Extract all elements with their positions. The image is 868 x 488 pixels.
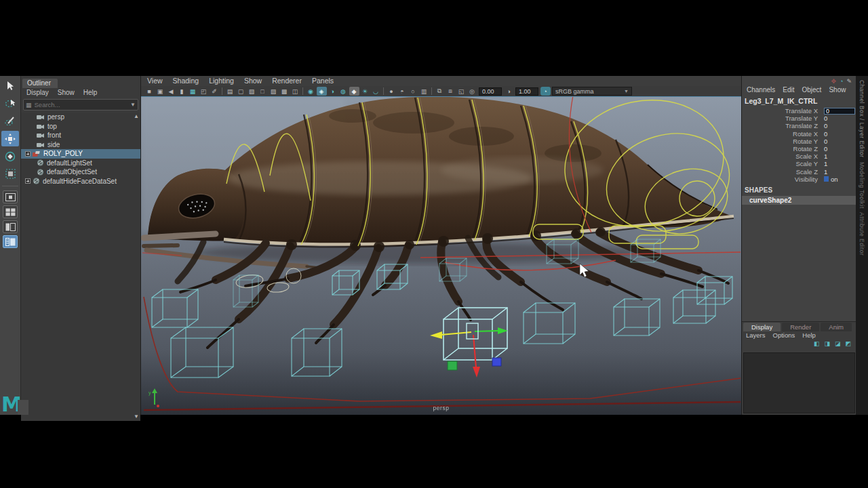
outliner-tab[interactable]: Outliner [22,79,58,88]
tab-channel-box-layer-editor[interactable]: Channel Box / Layer Editor [859,80,865,158]
channel-row[interactable]: Scale Y 1 [742,160,856,167]
exposure-field[interactable]: 0.00 [479,87,502,96]
color-managed-icon[interactable]: ◔ [540,87,551,96]
multisample-icon[interactable]: ◆ [349,87,359,96]
grid-snap-icon[interactable]: ▥ [419,87,429,96]
gamma-field[interactable]: 1.00 [515,87,538,96]
perspective-viewport[interactable]: View Shading Lighting Show Renderer Pane… [141,76,741,415]
edit-channels-icon[interactable]: ✎ [846,78,852,85]
move-tool[interactable] [1,131,19,146]
new-layer-from-selected-icon[interactable]: ◨ [824,340,830,350]
menu-layers[interactable]: Layers [746,331,766,340]
menu-edit[interactable]: Edit [783,86,794,96]
object-manip-icon[interactable]: ✥ [831,78,836,85]
channel-row[interactable]: Scale Z 1 [742,168,856,176]
render-sphere-icon[interactable]: ● [387,87,397,96]
outliner-menu-display[interactable]: Display [26,89,49,98]
select-camera-icon[interactable]: ■ [144,87,155,96]
use-default-material-icon[interactable]: □ [258,87,268,96]
channel-row[interactable]: Scale X 1 [742,152,856,160]
menu-shading[interactable]: Shading [173,77,199,86]
new-anim-layer-icon[interactable]: ◩ [845,340,851,350]
scene-3d[interactable]: y [141,97,741,415]
layout-four-pane[interactable] [3,205,18,218]
lighting-default-icon[interactable]: ◉ [306,87,316,96]
expand-icon[interactable] [25,151,31,157]
channel-row[interactable]: Translate Z 0 [742,122,856,129]
menu-show[interactable]: Show [829,86,846,96]
render-sphere2-icon[interactable]: ◓ [397,87,408,96]
camera-attributes-icon[interactable]: ◀ [166,87,176,96]
channel-row[interactable]: Rotate X 0 [742,130,856,138]
wire-on-shaded-icon[interactable]: ▨ [269,87,279,96]
scroll-down-icon[interactable]: ▼ [134,413,139,420]
plane-handle-blue[interactable] [492,358,501,366]
rotate-tool[interactable] [1,148,19,164]
list-item[interactable]: defaultObjectSet [21,167,140,177]
new-render-layer-icon[interactable]: ◪ [835,340,841,350]
layout-two-pane[interactable] [3,220,18,233]
outliner-menu-help[interactable]: Help [83,89,98,98]
gamma-icon[interactable]: ◑ [504,87,514,96]
list-item[interactable]: top [21,122,140,131]
chevron-down-icon[interactable]: ▼ [130,102,136,108]
grease-pencil-icon[interactable]: ✐ [210,87,220,96]
view-transform-dropdown[interactable]: sRGB gamma ▼ [552,87,632,96]
expand-icon[interactable] [25,178,31,184]
menu-view[interactable]: View [147,77,163,86]
list-item[interactable]: front [21,131,140,140]
scroll-up-icon[interactable]: ▲ [134,113,139,119]
search-input[interactable] [35,101,131,108]
wireframe-icon[interactable]: ▤ [225,87,235,96]
menu-object[interactable]: Object [802,86,822,96]
two-d-pan-zoom-icon[interactable]: ◰ [199,87,209,96]
select-tool[interactable] [1,78,19,94]
smooth-shade-icon[interactable]: ▢ [236,87,246,96]
copy-buffer-icon[interactable]: ⧉ [435,87,445,96]
list-item[interactable]: side [21,140,140,150]
xray-icon[interactable]: ▩ [279,87,290,96]
tab-display[interactable]: Display [743,323,781,331]
isolate-select-icon[interactable]: ◫ [290,87,300,96]
menu-lighting[interactable]: Lighting [209,77,234,86]
tab-attribute-editor[interactable]: Attribute Editor [859,212,865,256]
image-plane-icon[interactable]: ▦ [188,87,198,96]
update-normal-icon[interactable]: ◔ [840,78,843,85]
tab-render[interactable]: Render [782,323,819,331]
channel-value-editing[interactable]: 0 [824,108,855,115]
crop-icon[interactable]: ◱ [456,87,467,96]
outliner-menu-show[interactable]: Show [58,89,75,98]
tab-anim[interactable]: Anim [821,323,852,331]
occlusion-icon[interactable]: ◍ [338,87,349,96]
textured-icon[interactable]: ▧ [247,87,257,96]
menu-options[interactable]: Options [773,331,795,340]
menu-show[interactable]: Show [244,77,262,86]
plane-handle-green[interactable] [448,361,457,370]
lasso-select-tool[interactable] [1,96,19,111]
lock-camera-icon[interactable]: ▣ [155,87,165,96]
cloud-icon[interactable]: ◡ [371,87,381,96]
bookmark-icon[interactable]: ▮ [177,87,187,96]
sun-icon[interactable]: ☀ [360,87,370,96]
channel-row[interactable]: Rotate Z 0 [742,145,856,152]
layout-single-pane[interactable] [3,190,18,203]
new-empty-layer-icon[interactable]: ◧ [814,340,820,350]
menu-help[interactable]: Help [802,331,816,340]
scale-tool[interactable] [1,166,19,182]
menu-channels[interactable]: Channels [747,86,775,96]
channel-row[interactable]: Translate Y 0 [742,115,856,122]
lighting-all-icon[interactable]: ◈ [317,87,327,96]
channel-row[interactable]: Translate X 0 [742,107,856,115]
circle-open-icon[interactable]: ○ [408,87,418,96]
outliner-search[interactable]: ▦ ▼ [23,99,138,110]
selected-object-name[interactable]: Leg3_L7_M_IK_CTRL [742,96,856,107]
tab-modeling-toolkit[interactable]: Modeling Toolkit [859,162,865,209]
visibility-toggle[interactable] [824,176,829,182]
list-item[interactable]: defaultHideFaceDataSet [21,177,140,186]
shadows-icon[interactable]: ◑ [328,87,338,96]
shape-node-row[interactable]: curveShape2 [742,196,856,205]
layout-outliner-persp[interactable] [3,235,18,248]
menu-renderer[interactable]: Renderer [272,77,302,86]
channel-row[interactable]: Rotate Y 0 [742,138,856,145]
list-item-selected[interactable]: ROLY_POLY [21,149,140,159]
